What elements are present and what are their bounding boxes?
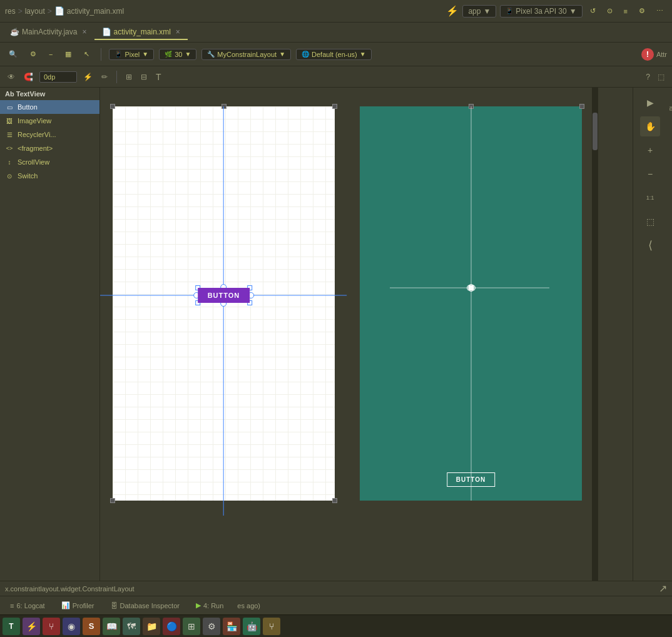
crop-btn[interactable]: ⬚ — [640, 211, 660, 232]
zoom-button[interactable]: 🔍 — [5, 49, 21, 59]
app-selector[interactable]: app ▼ — [462, 5, 496, 18]
cursor-toggle-button[interactable]: ↖ — [80, 49, 93, 59]
palette-item-recyclerview[interactable]: ☰ RecyclerVi... — [0, 128, 99, 141]
build-settings-button[interactable]: ⚙ — [635, 6, 649, 16]
fit-btn[interactable]: 1:1 — [640, 188, 660, 208]
toolbar-sep-1 — [101, 48, 101, 61]
play-btn[interactable]: ▶ — [640, 93, 660, 113]
tab-mainactivity[interactable]: ☕ MainActivity.java × — [3, 25, 94, 40]
scrollbar-thumb[interactable] — [593, 113, 598, 150]
taskbar-icon-maps[interactable]: 🗺 — [123, 618, 140, 635]
help-button[interactable]: ? — [643, 71, 653, 83]
breadcrumb-sep-1: > — [18, 7, 23, 16]
palette-imageview-label: ImageView — [18, 117, 51, 125]
palette-toggle-button[interactable]: ▦ — [61, 49, 75, 59]
device-label: Pixel 3a API 30 — [516, 7, 566, 16]
taskbar-icon-git[interactable]: ⑂ — [43, 618, 60, 635]
zoom-out-button[interactable]: − — [45, 49, 56, 59]
palette-scrollview-label: ScrollView — [18, 158, 49, 166]
more-button[interactable]: ⋯ — [653, 6, 667, 16]
breadcrumb-res[interactable]: res — [5, 7, 16, 16]
taskbar-icon-folder[interactable]: 📁 — [143, 618, 160, 635]
palette-item-imageview[interactable]: 🖼 ImageView — [0, 114, 99, 128]
hand-btn[interactable]: ✋ — [640, 116, 660, 136]
textview-icon: Ab — [5, 90, 14, 98]
layout-label: MyConstrainLayout — [217, 51, 277, 58]
resize-handle-tl[interactable] — [110, 104, 115, 109]
breadcrumb-layout[interactable]: layout — [25, 7, 45, 16]
design-canvas[interactable]: BUTTON — [113, 106, 335, 501]
margin-input[interactable] — [39, 71, 77, 83]
magnet-button[interactable]: 🧲 — [21, 71, 36, 83]
settings-button[interactable]: ⚙ — [26, 49, 40, 59]
button-widget[interactable]: BUTTON — [198, 288, 250, 303]
tab-logcat[interactable]: ≡ 6: Logcat — [3, 600, 53, 611]
blueprint-button-widget[interactable]: BUTTON — [447, 472, 495, 487]
taskbar-icon-android[interactable]: ⚡ — [23, 618, 40, 635]
conn-line-left — [100, 295, 198, 296]
device-selector[interactable]: 📱 Pixel 3a API 30 ▼ — [500, 5, 582, 18]
expand-btn[interactable]: ⟨ — [640, 235, 660, 255]
warning-icon[interactable]: ! — [641, 48, 654, 61]
api-selector[interactable]: 🌿 30 ▼ — [159, 49, 196, 60]
baseline-button[interactable]: T — [153, 71, 164, 83]
zoom-out-btn[interactable]: − — [640, 164, 660, 184]
align-v-button[interactable]: ⊟ — [138, 71, 150, 83]
refresh-button[interactable]: ↺ — [586, 6, 599, 16]
editor-tabs: ☕ MainActivity.java × 📄 activity_main.xm… — [0, 23, 672, 43]
taskbar-icon-book[interactable]: 📖 — [103, 618, 120, 635]
breadcrumb-file[interactable]: 📄 activity_main.xml — [54, 6, 124, 16]
tab-profiler[interactable]: 📊 Profiler — [54, 599, 102, 611]
tab-mainactivity-close[interactable]: × — [82, 28, 86, 36]
tab-run[interactable]: ▶ 4: Run — [188, 599, 231, 611]
eye-button[interactable]: 👁 — [5, 71, 18, 83]
layout-selector[interactable]: 🔧 MyConstrainLayout ▼ — [201, 49, 291, 60]
folder-label: 📁 — [146, 621, 157, 631]
locale-selector[interactable]: 🌐 Default (en-us) ▼ — [296, 49, 372, 60]
bp-conn-handle-right[interactable] — [470, 285, 476, 291]
view-mode-button[interactable]: ⬚ — [655, 71, 667, 83]
taskbar-icon-android2[interactable]: 🤖 — [243, 618, 260, 635]
bp-resize-tr[interactable] — [579, 104, 584, 109]
resize-handle-bl[interactable] — [110, 498, 115, 503]
vertical-scrollbar[interactable] — [592, 88, 598, 581]
taskbar-icon-chrome[interactable]: 🔵 — [163, 618, 180, 635]
bottom-tabs: ≡ 6: Logcat 📊 Profiler 🗄 Database Inspec… — [0, 596, 672, 614]
taskbar-icon-terminal[interactable]: T — [3, 618, 20, 635]
palette-item-scrollview[interactable]: ↕ ScrollView — [0, 155, 99, 169]
brush-button[interactable]: ✏ — [99, 71, 110, 83]
run-config-icon[interactable]: ⚡ — [446, 5, 459, 17]
taskbar-icon-color[interactable]: ◉ — [63, 618, 80, 635]
app-label: app — [468, 7, 481, 16]
align-h-button[interactable]: ⊞ — [123, 71, 135, 83]
palette-item-button[interactable]: ▭ Button — [0, 100, 99, 114]
book-label: 📖 — [106, 621, 117, 631]
class-path-label: x.constraintlayout.widget.ConstraintLayo… — [5, 585, 135, 593]
layout-chevron: ▼ — [279, 51, 285, 58]
attrs-label[interactable]: Attr — [656, 51, 667, 58]
pixel-selector[interactable]: 📱 Pixel ▼ — [109, 49, 154, 60]
terminal-label: T — [9, 622, 13, 631]
logcat-icon: ≡ — [10, 602, 14, 609]
tab-activity-xml[interactable]: 📄 activity_main.xml × — [94, 25, 188, 40]
taskbar-icon-git2[interactable]: ⑂ — [263, 618, 280, 635]
resize-handle-br[interactable] — [332, 498, 337, 503]
taskbar-icon-table[interactable]: ⊞ — [183, 618, 200, 635]
debug-button[interactable]: ⊙ — [603, 6, 616, 16]
sec-toolbar: 👁 🧲 ⚡ ✏ ⊞ ⊟ T ? ⬚ — [0, 66, 672, 88]
store-label: 🏪 — [227, 621, 237, 631]
tab-xml-close[interactable]: × — [176, 28, 180, 36]
zoom-in-btn[interactable]: + — [640, 140, 660, 160]
path-button[interactable]: ⚡ — [81, 71, 95, 83]
resize-handle-tr[interactable] — [332, 104, 337, 109]
profile-button[interactable]: ≡ — [620, 6, 631, 16]
blueprint-canvas[interactable]: BUTTON — [360, 106, 582, 501]
taskbar-icon-settings[interactable]: ⚙ — [203, 618, 220, 635]
taskbar-icon-store[interactable]: 🏪 — [223, 618, 240, 635]
taskbar: T ⚡ ⑂ ◉ S 📖 🗺 📁 🔵 ⊞ ⚙ 🏪 🤖 ⑂ — [0, 614, 672, 637]
profiler-icon: 📊 — [61, 601, 70, 609]
taskbar-icon-sublime[interactable]: S — [83, 618, 100, 635]
tab-database[interactable]: 🗄 Database Inspector — [103, 600, 187, 611]
palette-item-fragment[interactable]: <> <fragment> — [0, 141, 99, 155]
palette-item-switch[interactable]: ⊙ Switch — [0, 169, 99, 183]
